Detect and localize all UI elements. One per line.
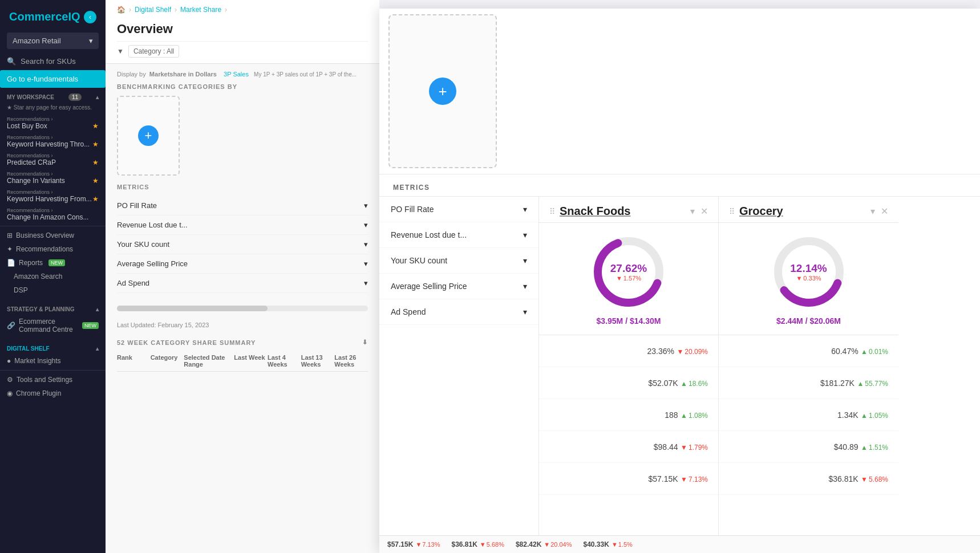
metric-sku-count[interactable]: Your SKU count ▾ — [379, 248, 538, 274]
grocery-donut-pct: 12.14% — [790, 262, 827, 275]
strategy-planning-header: STRATEGY & PLANNING ▴ — [0, 300, 106, 315]
grocery-donut-change: ▼ 0.33% — [790, 275, 827, 282]
main-content: 🏠 › Digital Shelf › Market Share › Overv… — [106, 0, 980, 553]
grid-icon: ⊞ — [7, 231, 13, 239]
rec-keyword-harvesting-from[interactable]: Recommendations › Keyword Harvesting Fro… — [0, 187, 106, 205]
metric-revenue-lost[interactable]: Revenue Lost due t... ▾ — [379, 222, 538, 248]
chevron-snack-dropdown[interactable]: ▾ — [690, 206, 695, 217]
bbar-change-3: ▼ 20.04% — [544, 541, 572, 548]
star-icon: ★ — [92, 158, 99, 166]
sidebar-logo-area: CommerceIQ ‹ — [0, 0, 106, 29]
snack-donut-center: 27.62% ▼ 1.57% — [610, 262, 647, 282]
business-overview-nav[interactable]: ⊞ Business Overview — [0, 229, 106, 242]
chevron-po-fill: ▾ — [523, 205, 527, 214]
snack-rev-lost-value: $52.07K ▲ 18.6% — [648, 378, 708, 388]
grocery-donut-section: 12.14% ▼ 0.33% $2.44M / $20.06M — [719, 223, 898, 335]
bbar-item-4: $40.33K ▼ 1.5% — [584, 540, 633, 548]
grocery-rev-lost-value: $181.27K ▲ 55.77% — [820, 378, 888, 388]
search-icon: 🔍 — [7, 57, 16, 66]
add-circle-left: + — [138, 125, 159, 146]
chrome-plugin-nav[interactable]: ◉ Chrome Plugin — [0, 387, 106, 400]
snack-title-actions: ▾ ✕ — [690, 206, 708, 217]
logo: CommerceIQ — [9, 10, 80, 23]
chart-icon: ● — [7, 357, 11, 365]
rec-change-in-amazon-cons[interactable]: Recommendations › Change In Amazon Cons.… — [0, 205, 106, 223]
chevron-metric-3: ▾ — [364, 240, 368, 249]
dsp-nav[interactable]: DSP — [0, 283, 106, 297]
down-icon-3: ▼ — [681, 475, 687, 483]
rec-change-in-variants[interactable]: Recommendations › Change In Variants ★ — [0, 169, 106, 187]
retailer-selector[interactable]: Amazon Retail ▾ — [7, 32, 99, 49]
snack-sku-value: 188 ▲ 1.08% — [665, 410, 708, 420]
bbar-change-2: ▼ 5.68% — [480, 541, 504, 548]
snack-data-rows: 23.36% ▼ 20.09% $52.07K — [539, 335, 718, 535]
down-bbar-2: ▼ — [480, 541, 486, 548]
horizontal-scrollbar[interactable] — [117, 306, 368, 311]
ecommerce-command-centre-nav[interactable]: 🔗 Ecommerce Command Centre NEW — [0, 315, 106, 336]
breadcrumb-market-share[interactable]: Market Share — [180, 6, 221, 14]
grocery-donut-chart: 12.14% ▼ 0.33% — [769, 232, 849, 312]
sidebar-collapse-button[interactable]: ‹ — [84, 11, 96, 23]
go-to-efundamentals[interactable]: Go to e-fundamentals — [0, 70, 106, 88]
recommendations-nav[interactable]: ✦ Recommendations — [0, 242, 106, 256]
close-snack-icon[interactable]: ✕ — [700, 206, 708, 217]
metrics-section-title: METRICS — [379, 174, 980, 197]
digital-shelf-header: DIGITAL SHELF ▴ — [0, 340, 106, 354]
display-by-label: Display by Marketshare in Dollars 3P Sal… — [117, 71, 368, 78]
tools-settings-nav[interactable]: ⚙ Tools and Settings — [0, 373, 106, 387]
download-icon[interactable]: ⬇ — [362, 339, 368, 346]
chevron-grocery-dropdown[interactable]: ▾ — [870, 206, 875, 217]
sidebar-divider-1 — [0, 226, 106, 226]
metric-ad-spend[interactable]: Ad Spend ▾ — [379, 299, 538, 325]
add-category-card-left[interactable]: + — [117, 96, 180, 176]
star-icon: ★ — [92, 122, 99, 130]
rec-lost-buy-box[interactable]: Recommendations › Lost Buy Box ★ — [0, 114, 106, 132]
metric-asp[interactable]: Average Selling Price ▾ — [379, 274, 538, 299]
star-icon: ★ — [92, 195, 99, 203]
grocery-po-fill-change: ▲ 0.01% — [861, 348, 888, 356]
chevron-metric-1: ▾ — [364, 201, 368, 210]
workspace-count-badge: 11 — [68, 93, 82, 101]
grocery-rev-lost-change: ▲ 55.77% — [857, 380, 888, 388]
grocery-ad-spend-value: $36.81K ▼ 5.68% — [828, 474, 888, 484]
lb-content: Display by Marketshare in Dollars 3P Sal… — [106, 64, 379, 300]
lb-metric-po-fill[interactable]: PO Fill Rate ▾ — [117, 196, 368, 215]
grocery-po-fill-value: 60.47% ▲ 0.01% — [831, 346, 888, 356]
lb-metric-sku-count[interactable]: Your SKU count ▾ — [117, 235, 368, 254]
grocery-asp-row: $40.89 ▲ 1.51% — [719, 431, 898, 463]
bbar-change-1: ▼ 7.13% — [415, 541, 440, 548]
down-arrow-snack: ▼ — [616, 275, 622, 282]
snack-ad-spend-change: ▼ 7.13% — [681, 475, 708, 483]
snack-ad-spend-value: $57.15K ▼ 7.13% — [648, 474, 708, 484]
grocery-title: Grocery — [739, 205, 783, 218]
grocery-header: ⠿ Grocery ▾ ✕ — [719, 197, 898, 223]
search-for-skus[interactable]: 🔍 Search for SKUs — [0, 52, 106, 70]
lb-metric-asp[interactable]: Average Selling Price ▾ — [117, 254, 368, 274]
metric-po-fill-rate[interactable]: PO Fill Rate ▾ — [379, 197, 538, 222]
grocery-asp-change: ▲ 1.51% — [861, 444, 888, 452]
sidebar: CommerceIQ ‹ Amazon Retail ▾ 🔍 Search fo… — [0, 0, 106, 553]
chrome-icon: ◉ — [7, 389, 13, 397]
category-filter-label[interactable]: Category : All — [128, 45, 179, 58]
snack-donut-change: ▼ 1.57% — [610, 275, 647, 282]
rec-keyword-harvesting-thro[interactable]: Recommendations › Keyword Harvesting Thr… — [0, 132, 106, 151]
breadcrumb-digital-shelf[interactable]: Digital Shelf — [135, 6, 171, 14]
chevron-rev-lost: ▾ — [523, 230, 527, 239]
ecommerce-icon: 🔗 — [7, 322, 15, 330]
add-category-card-main[interactable]: + — [388, 14, 497, 168]
down-icon-2: ▼ — [681, 444, 687, 452]
down-icon-1: ▼ — [677, 348, 683, 356]
star-icon: ★ — [92, 177, 99, 185]
snack-po-fill-row: 23.36% ▼ 20.09% — [539, 335, 718, 367]
amazon-search-nav[interactable]: Amazon Search — [0, 270, 106, 283]
add-card-top-row: + — [379, 9, 980, 174]
reports-nav[interactable]: 📄 Reports NEW — [0, 256, 106, 270]
market-insights-nav[interactable]: ● Market Insights — [0, 354, 106, 368]
sidebar-divider-2 — [0, 370, 106, 371]
close-grocery-icon[interactable]: ✕ — [881, 206, 888, 217]
up-icon-6: ▲ — [861, 444, 868, 452]
lb-metric-revenue-lost[interactable]: Revenue Lost due t... ▾ — [117, 215, 368, 235]
rec-predicted-crap[interactable]: Recommendations › Predicted CRaP ★ — [0, 151, 106, 169]
grocery-column: ⠿ Grocery ▾ ✕ — [719, 197, 898, 535]
lb-metric-ad-spend[interactable]: Ad Spend ▾ — [117, 274, 368, 293]
